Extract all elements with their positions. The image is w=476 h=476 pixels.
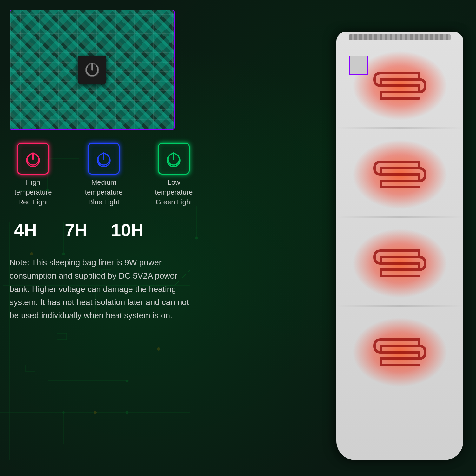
product-image <box>10 10 174 129</box>
heating-zone-3 <box>349 225 451 301</box>
medium-temp-hours: 7H <box>60 220 92 240</box>
left-panel: High temperature Red Light Medium temper… <box>0 0 206 476</box>
medium-temp-label: Medium temperature Blue Light <box>76 178 132 207</box>
sleeping-bag-zipper <box>349 34 451 40</box>
medium-temp-text-line2: Blue Light <box>76 197 132 207</box>
power-button-closeup <box>78 56 106 84</box>
heating-zone-2 <box>349 136 451 213</box>
medium-temp-button <box>88 143 120 175</box>
heat-coil-1 <box>368 60 432 111</box>
wrinkle-2 <box>336 216 463 218</box>
heat-coil-4 <box>368 327 432 378</box>
high-temp-button <box>17 143 49 175</box>
high-temp-label: High temperature Red Light <box>10 178 56 207</box>
high-temp-item: High temperature Red Light <box>10 143 56 207</box>
high-temp-text-line2: Red Light <box>10 197 56 207</box>
connector-box <box>197 59 214 76</box>
high-temp-power-icon <box>23 149 43 169</box>
medium-temp-text-line1: Medium temperature <box>76 178 132 197</box>
low-temp-item: Low temperature Green Light <box>151 143 197 207</box>
sleeping-bag <box>336 32 463 460</box>
heat-coil-2 <box>368 149 432 200</box>
product-image-container <box>10 10 175 130</box>
low-temp-hours: 10H <box>111 220 143 240</box>
product-note: Note: This sleeping bag liner is 9W powe… <box>10 256 197 322</box>
bag-control-box <box>349 56 368 75</box>
low-temp-button <box>158 143 190 175</box>
medium-temp-item: Medium temperature Blue Light <box>76 143 132 207</box>
hours-row: 4H 7H 10H <box>10 220 197 240</box>
temperature-indicators: High temperature Red Light Medium temper… <box>10 143 197 207</box>
low-temp-label: Low temperature Green Light <box>151 178 197 207</box>
power-icon-image <box>83 61 101 79</box>
wrinkle-3 <box>336 305 463 307</box>
medium-temp-power-icon <box>94 149 114 169</box>
heat-coil-3 <box>368 238 432 289</box>
right-panel <box>324 0 476 476</box>
low-temp-text-line2: Green Light <box>151 197 197 207</box>
wrinkle-1 <box>336 127 463 129</box>
low-temp-text-line1: Low temperature <box>151 178 197 197</box>
low-temp-power-icon <box>163 149 184 169</box>
heating-zone-4 <box>349 314 451 390</box>
high-temp-hours: 4H <box>10 220 41 240</box>
high-temp-text-line1: High temperature <box>10 178 56 197</box>
